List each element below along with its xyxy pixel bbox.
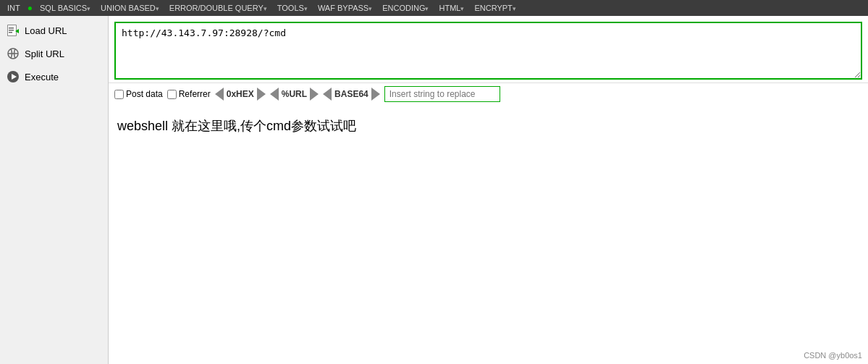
base64-encode-arrow[interactable] <box>371 88 380 101</box>
nav-item-tools[interactable]: TOOLS▾ <box>273 2 312 14</box>
post-data-checkbox[interactable]: Post data <box>114 89 163 99</box>
main-area: Load URL Split URL Execute <box>0 16 868 364</box>
sidebar-item-load-url[interactable]: Load URL <box>0 19 108 42</box>
nav-item-sql-basics[interactable]: SQL BASICS▾ <box>35 2 95 14</box>
base64-label: BASE64 <box>333 89 370 99</box>
content-area: http://43.143.7.97:28928/?cmd Post data … <box>109 16 868 364</box>
nav-item-encrypt[interactable]: ENCRYPT▾ <box>470 2 520 14</box>
watermark: CSDN @yb0os1 <box>804 351 862 360</box>
hex-label: 0xHEX <box>225 89 256 99</box>
svg-rect-3 <box>9 30 14 31</box>
svg-rect-4 <box>9 32 12 33</box>
svg-rect-2 <box>9 27 14 29</box>
top-nav: INT ● SQL BASICS▾ UNION BASED▾ ERROR/DOU… <box>0 0 868 16</box>
url-encode-arrow[interactable] <box>310 88 319 101</box>
url-encode-group: %URL <box>270 88 319 101</box>
nav-item-waf-bypass[interactable]: WAF BYPASS▾ <box>313 2 376 14</box>
hex-encode-arrow[interactable] <box>257 88 266 101</box>
url-row: http://43.143.7.97:28928/?cmd <box>109 16 868 82</box>
base64-decode-arrow[interactable] <box>323 88 332 101</box>
referrer-label: Referrer <box>179 89 211 99</box>
url-decode-arrow[interactable] <box>270 88 279 101</box>
base64-encode-group: BASE64 <box>323 88 380 101</box>
load-url-label: Load URL <box>25 25 67 36</box>
nav-green-dot: ● <box>26 3 34 13</box>
toolbar-row: Post data Referrer 0xHEX %URL BAS <box>109 82 868 105</box>
execute-label: Execute <box>25 72 59 82</box>
referrer-checkbox[interactable]: Referrer <box>167 89 211 99</box>
output-area: webshell 就在这里哦,传个cmd参数试试吧 <box>109 105 868 364</box>
url-label: %URL <box>280 89 308 99</box>
load-url-icon <box>6 23 20 38</box>
nav-item-union-based[interactable]: UNION BASED▾ <box>96 2 164 14</box>
hex-encode-group: 0xHEX <box>215 88 266 101</box>
nav-item-error-double[interactable]: ERROR/DOUBLE QUERY▾ <box>165 2 271 14</box>
split-url-label: Split URL <box>25 48 64 59</box>
nav-item-int[interactable]: INT <box>3 2 25 14</box>
post-data-label: Post data <box>126 89 163 99</box>
hex-decode-arrow[interactable] <box>215 88 224 101</box>
execute-icon <box>6 69 20 84</box>
output-text: webshell 就在这里哦,传个cmd参数试试吧 <box>117 119 356 133</box>
sidebar-item-execute[interactable]: Execute <box>0 65 108 88</box>
nav-item-encoding[interactable]: ENCODING▾ <box>378 2 433 14</box>
url-input[interactable]: http://43.143.7.97:28928/?cmd <box>114 22 862 80</box>
nav-item-html[interactable]: HTML▾ <box>434 2 468 14</box>
referrer-check[interactable] <box>167 90 177 99</box>
split-url-icon <box>6 46 20 61</box>
insert-string-input[interactable] <box>384 86 500 102</box>
sidebar-item-split-url[interactable]: Split URL <box>0 42 108 65</box>
post-data-check[interactable] <box>114 90 124 99</box>
sidebar: Load URL Split URL Execute <box>0 16 109 364</box>
